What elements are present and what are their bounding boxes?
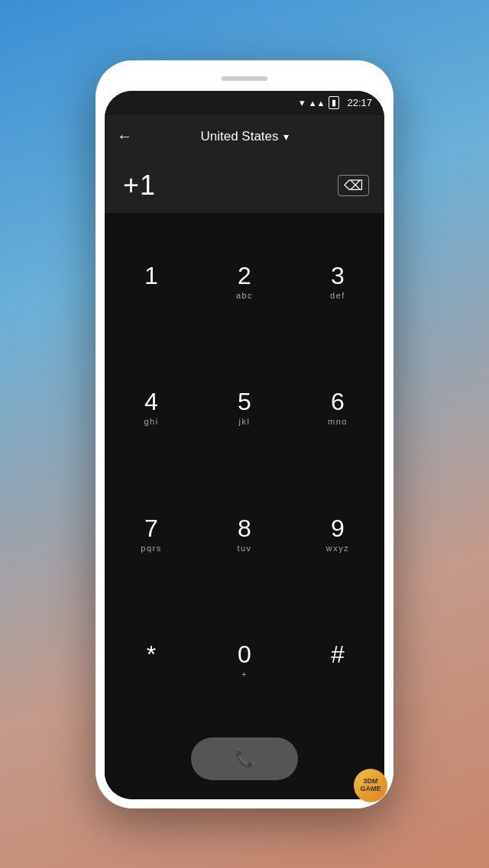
dial-letters-2: abc [236, 291, 253, 302]
status-bar: ▾ ▲▲ ▮ 22:17 [105, 91, 384, 115]
dial-key-9[interactable]: 9wxyz [291, 472, 384, 599]
dial-number-2: 2 [238, 263, 251, 289]
dial-number-4: 4 [144, 389, 158, 415]
dial-letters-4: ghi [144, 417, 158, 428]
call-icon: 📞 [235, 749, 255, 769]
dialpad: 12abc3def4ghi5jkl6mno7pqrs8tuv9wxyz*0+# … [105, 213, 384, 799]
dial-number-0: 0 [238, 641, 251, 668]
dial-key-8[interactable]: 8tuv [198, 472, 291, 599]
dial-number-*: * [147, 641, 156, 668]
dial-number-5: 5 [238, 389, 251, 415]
dial-key-7[interactable]: 7pqrs [105, 472, 198, 599]
backspace-button[interactable]: ⌫ [338, 175, 369, 196]
dial-key-1[interactable]: 1 [105, 219, 198, 346]
dial-key-6[interactable]: 6mno [291, 345, 384, 472]
country-name: United States [200, 129, 278, 144]
wifi-icon: ▾ [300, 97, 305, 108]
dial-letters-6: mno [328, 417, 348, 428]
status-icons: ▾ ▲▲ ▮ [300, 96, 340, 109]
dial-letters-8: tuv [237, 544, 251, 554]
dial-key-0[interactable]: 0+ [198, 598, 291, 724]
watermark: 3DM GAME [354, 769, 387, 802]
call-button[interactable]: 📞 [191, 737, 298, 780]
phone-screen: ▾ ▲▲ ▮ 22:17 ← United States ▾ +1 ⌫ 12ab… [105, 91, 384, 799]
dial-letters-0: + [241, 670, 248, 680]
phone-frame: ▾ ▲▲ ▮ 22:17 ← United States ▾ +1 ⌫ 12ab… [96, 60, 393, 808]
dial-key-4[interactable]: 4ghi [105, 345, 198, 472]
dial-letters-7: pqrs [141, 544, 161, 554]
dial-letters-9: wxyz [326, 544, 349, 554]
battery-icon: ▮ [329, 96, 339, 109]
back-button[interactable]: ← [111, 121, 138, 151]
dial-letters-5: jkl [239, 417, 251, 428]
dial-number-9: 9 [331, 515, 345, 542]
country-selector[interactable]: United States ▾ [200, 129, 288, 144]
dial-number-6: 6 [331, 389, 345, 415]
dropdown-chevron-icon: ▾ [283, 131, 289, 143]
phone-number: +1 [123, 169, 156, 202]
dial-number-#: # [331, 641, 345, 668]
dial-number-8: 8 [238, 515, 251, 542]
dial-key-*[interactable]: * [105, 598, 198, 724]
dial-letters-3: def [330, 291, 345, 302]
dial-number-1: 1 [144, 263, 158, 289]
dial-key-3[interactable]: 3def [291, 219, 384, 346]
signal-icon: ▲▲ [309, 98, 325, 108]
notch-pill [222, 76, 267, 81]
status-time: 22:17 [347, 97, 372, 108]
top-bar: ← United States ▾ [105, 115, 384, 158]
dial-key-#[interactable]: # [291, 598, 384, 724]
dialpad-grid: 12abc3def4ghi5jkl6mno7pqrs8tuv9wxyz*0+# [105, 219, 384, 724]
number-display: +1 ⌫ [105, 158, 384, 213]
phone-notch [105, 69, 384, 88]
dial-number-3: 3 [331, 263, 345, 289]
dial-key-2[interactable]: 2abc [198, 219, 291, 346]
call-bar: 📞 [105, 724, 384, 793]
dial-key-5[interactable]: 5jkl [198, 345, 291, 472]
dial-number-7: 7 [144, 515, 158, 542]
